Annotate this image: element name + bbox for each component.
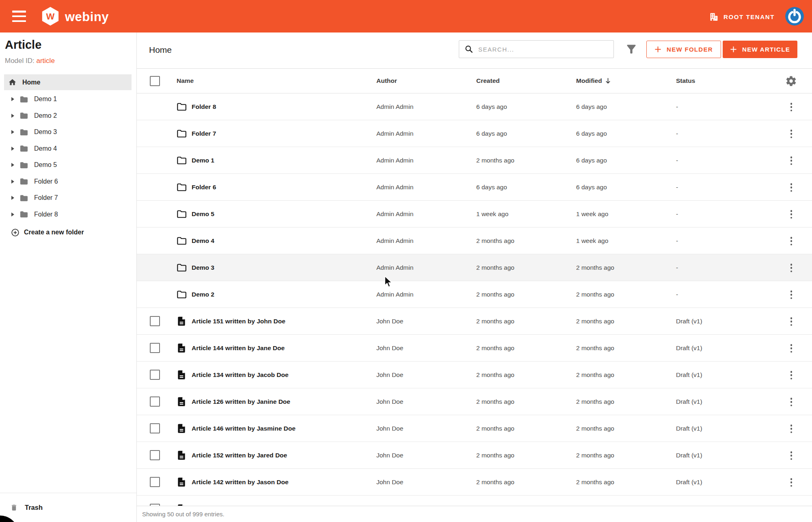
table-row[interactable]: Article 152 written by Jared DoeJohn Doe… bbox=[137, 442, 812, 469]
row-name: Article 152 written by Jared Doe bbox=[192, 452, 287, 459]
row-author: Admin Admin bbox=[376, 291, 413, 298]
filter-icon[interactable] bbox=[625, 43, 638, 56]
circle-plus-icon bbox=[11, 228, 19, 237]
row-author: Admin Admin bbox=[376, 264, 413, 271]
sidebar-folder-item[interactable]: Folder 7 bbox=[0, 190, 136, 206]
table-row[interactable]: Demo 4Admin Admin2 months ago1 week ago- bbox=[137, 227, 812, 254]
column-header-modified[interactable]: Modified bbox=[576, 77, 611, 84]
table-row[interactable]: Article 142 written by Jason DoeJohn Doe… bbox=[137, 469, 812, 496]
table-row[interactable]: Article 126 written by Janine DoeJohn Do… bbox=[137, 388, 812, 415]
row-checkbox[interactable] bbox=[150, 450, 160, 460]
caret-right-icon[interactable] bbox=[11, 180, 14, 184]
table-row[interactable]: Article 151 written by John DoeJohn Doe2… bbox=[137, 308, 812, 335]
row-created: 2 months ago bbox=[476, 291, 514, 298]
table-row[interactable] bbox=[137, 496, 812, 506]
row-name: Article 144 written by Jane Doe bbox=[192, 344, 285, 352]
row-checkbox[interactable] bbox=[150, 477, 160, 487]
document-icon bbox=[176, 396, 187, 407]
search-input[interactable] bbox=[478, 46, 609, 53]
column-header-name[interactable]: Name bbox=[177, 77, 194, 84]
caret-right-icon[interactable] bbox=[11, 212, 14, 217]
row-actions-kebab-icon[interactable] bbox=[788, 103, 794, 111]
row-actions-kebab-icon[interactable] bbox=[788, 478, 794, 487]
folder-icon bbox=[19, 95, 28, 103]
new-article-button[interactable]: NEW ARTICLE bbox=[723, 41, 797, 58]
table-settings-gear-icon[interactable] bbox=[785, 75, 797, 87]
row-actions-kebab-icon[interactable] bbox=[788, 264, 794, 272]
entries-count: Showing 50 out of 999 entries. bbox=[142, 511, 225, 518]
caret-right-icon[interactable] bbox=[11, 130, 14, 134]
building-icon bbox=[709, 12, 719, 22]
row-created: 6 days ago bbox=[476, 184, 507, 191]
table-row[interactable]: Demo 1Admin Admin2 months ago6 days ago- bbox=[137, 147, 812, 174]
sidebar-item-home[interactable]: Home bbox=[4, 74, 132, 90]
row-status: - bbox=[676, 237, 678, 245]
caret-right-icon[interactable] bbox=[11, 196, 14, 200]
sidebar-folder-item[interactable]: Demo 3 bbox=[0, 124, 136, 141]
column-header-created[interactable]: Created bbox=[476, 77, 500, 84]
table-row[interactable]: Folder 6Admin Admin6 days ago6 days ago- bbox=[137, 174, 812, 201]
row-actions-kebab-icon[interactable] bbox=[788, 425, 794, 433]
menu-hamburger-icon[interactable] bbox=[12, 11, 26, 22]
row-actions-kebab-icon[interactable] bbox=[788, 344, 794, 353]
table-row[interactable]: Demo 5Admin Admin1 week ago1 week ago- bbox=[137, 201, 812, 227]
row-name: Folder 6 bbox=[192, 184, 216, 191]
row-actions-kebab-icon[interactable] bbox=[788, 451, 794, 460]
row-created: 2 months ago bbox=[476, 452, 514, 459]
row-actions-kebab-icon[interactable] bbox=[788, 130, 794, 138]
caret-right-icon[interactable] bbox=[11, 147, 14, 151]
table-row[interactable]: Demo 2Admin Admin2 months ago2 months ag… bbox=[137, 281, 812, 308]
row-name: Article 146 written by Jasmine Doe bbox=[192, 425, 296, 432]
tenant-label: ROOT TENANT bbox=[723, 13, 775, 20]
row-created: 2 months ago bbox=[476, 344, 514, 352]
sidebar-folder-item[interactable]: Demo 1 bbox=[0, 91, 136, 108]
row-checkbox[interactable] bbox=[150, 343, 160, 353]
table-row[interactable]: Article 134 written by Jacob DoeJohn Doe… bbox=[137, 362, 812, 388]
row-checkbox[interactable] bbox=[150, 316, 160, 326]
document-icon bbox=[176, 370, 187, 380]
row-name: Article 126 written by Janine Doe bbox=[192, 398, 290, 405]
tenant-selector[interactable]: ROOT TENANT bbox=[709, 11, 775, 22]
column-header-author[interactable]: Author bbox=[376, 77, 397, 84]
trash-button[interactable]: Trash bbox=[0, 493, 136, 522]
sidebar-folder-item[interactable]: Folder 6 bbox=[0, 173, 136, 190]
sidebar-folder-item[interactable]: Demo 4 bbox=[0, 141, 136, 157]
row-actions-kebab-icon[interactable] bbox=[788, 371, 794, 379]
row-name: Article 142 written by Jason Doe bbox=[192, 479, 289, 486]
folder-icon bbox=[19, 194, 28, 202]
create-folder-label: Create a new folder bbox=[24, 229, 84, 236]
sidebar-folder-item[interactable]: Demo 5 bbox=[0, 157, 136, 173]
row-name: Demo 1 bbox=[192, 157, 214, 164]
table-row[interactable]: Article 146 written by Jasmine DoeJohn D… bbox=[137, 415, 812, 442]
row-author: Admin Admin bbox=[376, 210, 413, 218]
row-checkbox[interactable] bbox=[150, 396, 160, 407]
folder-label: Demo 3 bbox=[34, 128, 57, 136]
model-id-value[interactable]: article bbox=[36, 57, 54, 65]
row-actions-kebab-icon[interactable] bbox=[788, 183, 794, 192]
create-new-folder-button[interactable]: Create a new folder bbox=[0, 223, 136, 241]
row-checkbox[interactable] bbox=[150, 423, 160, 433]
select-all-checkbox[interactable] bbox=[150, 76, 160, 86]
row-created: 2 months ago bbox=[476, 264, 514, 271]
user-avatar[interactable] bbox=[785, 7, 804, 26]
row-actions-kebab-icon[interactable] bbox=[788, 237, 794, 245]
row-actions-kebab-icon[interactable] bbox=[788, 210, 794, 219]
column-header-status[interactable]: Status bbox=[676, 77, 695, 84]
caret-right-icon[interactable] bbox=[11, 114, 14, 118]
table-row[interactable]: Demo 3Admin Admin2 months ago2 months ag… bbox=[137, 254, 812, 281]
caret-right-icon[interactable] bbox=[11, 97, 14, 101]
row-author: John Doe bbox=[376, 344, 403, 352]
row-actions-kebab-icon[interactable] bbox=[788, 317, 794, 326]
table-row[interactable]: Article 144 written by Jane DoeJohn Doe2… bbox=[137, 335, 812, 362]
sidebar-folder-item[interactable]: Folder 8 bbox=[0, 206, 136, 223]
sidebar-folder-item[interactable]: Demo 2 bbox=[0, 108, 136, 124]
row-checkbox[interactable] bbox=[150, 370, 160, 380]
row-author: Admin Admin bbox=[376, 157, 413, 164]
row-actions-kebab-icon[interactable] bbox=[788, 290, 794, 299]
row-actions-kebab-icon[interactable] bbox=[788, 398, 794, 406]
table-row[interactable]: Folder 8Admin Admin6 days ago6 days ago- bbox=[137, 93, 812, 120]
row-actions-kebab-icon[interactable] bbox=[788, 156, 794, 165]
caret-right-icon[interactable] bbox=[11, 163, 14, 167]
new-folder-button[interactable]: NEW FOLDER bbox=[646, 41, 721, 58]
table-row[interactable]: Folder 7Admin Admin6 days ago6 days ago- bbox=[137, 120, 812, 147]
